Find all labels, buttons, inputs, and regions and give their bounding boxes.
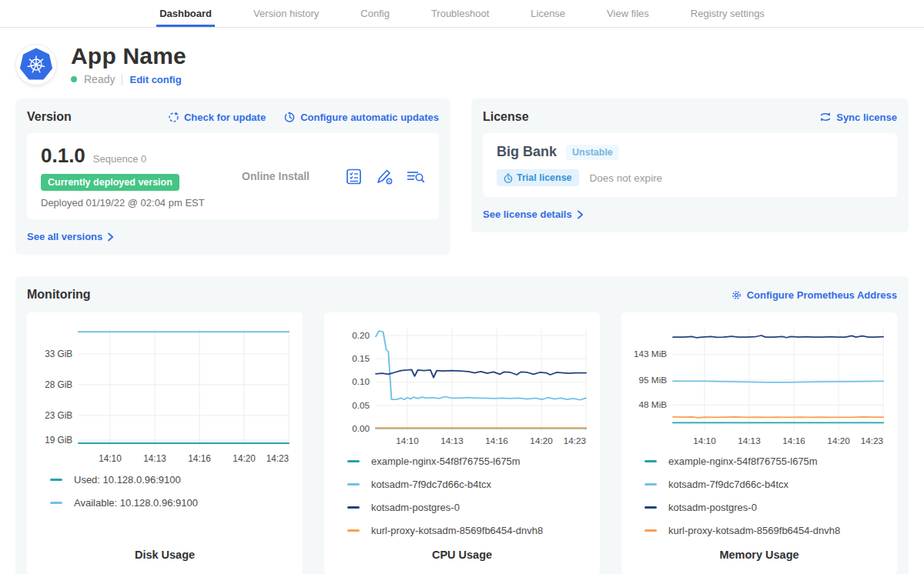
legend-label: Available: 10.128.0.96:9100 xyxy=(74,497,198,509)
deployed-badge: Currently deployed version xyxy=(41,174,179,191)
sync-arrows-icon xyxy=(819,112,832,122)
license-card-title: License xyxy=(483,110,529,124)
see-all-versions-label: See all versions xyxy=(27,231,102,242)
deploy-logs-button[interactable] xyxy=(406,168,425,185)
chart-title: CPU Usage xyxy=(333,536,591,561)
svg-text:0.20: 0.20 xyxy=(352,331,370,339)
check-for-update-link[interactable]: Check for update xyxy=(168,112,266,123)
sync-license-link[interactable]: Sync license xyxy=(819,112,897,123)
app-avatar xyxy=(15,44,57,85)
edit-config-version-button[interactable] xyxy=(375,168,393,185)
svg-text:95 MiB: 95 MiB xyxy=(638,375,667,384)
tab-registry-settings[interactable]: Registry settings xyxy=(688,0,768,27)
svg-text:14:10: 14:10 xyxy=(99,453,122,464)
tab-dashboard[interactable]: Dashboard xyxy=(156,0,215,27)
cpu-usage-chart: 14:1014:1314:1614:2014:230.000.050.100.1… xyxy=(333,323,591,451)
version-number: 0.1.0 xyxy=(41,144,85,168)
main-content: App Name Ready Edit config Version xyxy=(0,43,924,574)
version-actions xyxy=(345,168,425,185)
status-text: Ready xyxy=(84,73,115,85)
legend-label: kotsadm-7f9dc7d66c-b4tcx xyxy=(668,479,788,490)
svg-text:0.05: 0.05 xyxy=(352,401,370,409)
svg-text:0.00: 0.00 xyxy=(352,424,370,432)
legend-label: kotsadm-7f9dc7d66c-b4tcx xyxy=(371,479,491,490)
logs-search-icon xyxy=(406,168,425,185)
tab-license[interactable]: License xyxy=(527,0,568,27)
tab-view-files[interactable]: View files xyxy=(604,0,652,27)
status-dot-icon xyxy=(71,76,77,82)
svg-text:14:23: 14:23 xyxy=(266,453,290,464)
legend-swatch-icon xyxy=(347,483,360,486)
legend-item: example-nginx-54f8f76755-l675m xyxy=(644,456,888,467)
legend-label: kotsadm-postgres-0 xyxy=(371,502,460,513)
svg-text:14:20: 14:20 xyxy=(530,437,552,446)
svg-text:14:13: 14:13 xyxy=(738,437,760,446)
see-license-details-link[interactable]: See license details xyxy=(483,209,584,220)
preflight-checks-button[interactable] xyxy=(345,168,363,185)
svg-text:14:16: 14:16 xyxy=(782,437,805,446)
legend-item: kotsadm-7f9dc7d66c-b4tcx xyxy=(347,479,591,490)
disk-usage-legend: Used: 10.128.0.96:9100Available: 10.128.… xyxy=(36,474,293,509)
channel-badge: Unstable xyxy=(566,145,619,160)
configure-prometheus-label: Configure Prometheus Address xyxy=(747,289,897,301)
legend-item: kotsadm-7f9dc7d66c-b4tcx xyxy=(644,479,888,490)
legend-label: Used: 10.128.0.96:9100 xyxy=(74,474,181,486)
svg-text:33 GiB: 33 GiB xyxy=(45,349,72,359)
version-info: 0.1.0 Sequence 0 Currently deployed vers… xyxy=(41,144,206,209)
monitoring-title: Monitoring xyxy=(27,288,91,302)
svg-text:14:20: 14:20 xyxy=(827,437,849,446)
chevron-right-icon xyxy=(577,210,584,219)
tab-config[interactable]: Config xyxy=(357,0,393,27)
app-header: App Name Ready Edit config xyxy=(15,43,909,85)
legend-label: kurl-proxy-kotsadm-8569fb6454-dnvh8 xyxy=(668,525,840,536)
memory-usage-chart-card: 14:1014:1314:1614:2014:2348 MiB95 MiB143… xyxy=(621,312,897,574)
legend-item: kotsadm-postgres-0 xyxy=(644,502,888,513)
stopwatch-icon xyxy=(504,173,513,183)
legend-item: Used: 10.128.0.96:9100 xyxy=(50,474,293,486)
trial-license-badge: Trial license xyxy=(497,169,579,186)
svg-text:14:20: 14:20 xyxy=(233,453,256,464)
svg-text:14:10: 14:10 xyxy=(396,437,418,446)
sequence-label: Sequence 0 xyxy=(93,153,146,165)
checklist-icon xyxy=(345,168,363,185)
install-type-label: Online Install xyxy=(206,170,345,182)
divider xyxy=(122,74,122,85)
see-all-versions-link[interactable]: See all versions xyxy=(27,231,114,242)
legend-swatch-icon xyxy=(50,479,62,481)
legend-label: kotsadm-postgres-0 xyxy=(668,502,757,513)
see-license-details-label: See license details xyxy=(483,209,572,220)
legend-item: Available: 10.128.0.96:9100 xyxy=(50,497,293,509)
deployed-timestamp: Deployed 01/19/22 @ 02:04 pm EST xyxy=(41,197,206,209)
legend-item: example-nginx-54f8f76755-l675m xyxy=(347,456,591,467)
configure-auto-updates-link[interactable]: Configure automatic updates xyxy=(284,112,439,123)
current-version-panel: 0.1.0 Sequence 0 Currently deployed vers… xyxy=(27,133,439,219)
legend-swatch-icon xyxy=(644,506,657,509)
svg-text:14:16: 14:16 xyxy=(188,453,211,464)
gear-icon xyxy=(731,289,742,301)
legend-label: example-nginx-54f8f76755-l675m xyxy=(668,456,818,467)
memory-usage-legend: example-nginx-54f8f76755-l675mkotsadm-7f… xyxy=(631,456,888,536)
legend-label: kurl-proxy-kotsadm-8569fb6454-dnvh8 xyxy=(371,525,543,536)
charts-row: 14:1014:1314:1614:2014:2319 GiB23 GiB28 … xyxy=(27,312,897,574)
refresh-icon xyxy=(168,112,179,123)
tab-troubleshoot[interactable]: Troubleshoot xyxy=(428,0,492,27)
svg-text:14:16: 14:16 xyxy=(485,437,507,446)
memory-usage-chart: 14:1014:1314:1614:2014:2348 MiB95 MiB143… xyxy=(631,323,888,451)
chevron-right-icon xyxy=(107,232,114,242)
configure-auto-updates-label: Configure automatic updates xyxy=(300,112,439,123)
svg-text:28 GiB: 28 GiB xyxy=(45,379,72,390)
svg-text:14:10: 14:10 xyxy=(693,437,715,446)
chart-title: Disk Usage xyxy=(36,536,293,561)
edit-config-link[interactable]: Edit config xyxy=(129,74,181,85)
legend-swatch-icon xyxy=(50,502,62,504)
license-card: License Sync license Big Bank Unstable xyxy=(471,98,909,232)
legend-swatch-icon xyxy=(347,506,360,509)
tab-version-history[interactable]: Version history xyxy=(250,0,322,27)
monitoring-section: Monitoring Configure Prometheus Address … xyxy=(15,276,909,574)
legend-swatch-icon xyxy=(644,529,657,532)
svg-text:14:13: 14:13 xyxy=(143,453,166,464)
legend-swatch-icon xyxy=(644,460,657,462)
svg-text:23 GiB: 23 GiB xyxy=(45,410,72,421)
configure-prometheus-link[interactable]: Configure Prometheus Address xyxy=(731,289,897,301)
license-expiry-text: Does not expire xyxy=(590,172,663,184)
